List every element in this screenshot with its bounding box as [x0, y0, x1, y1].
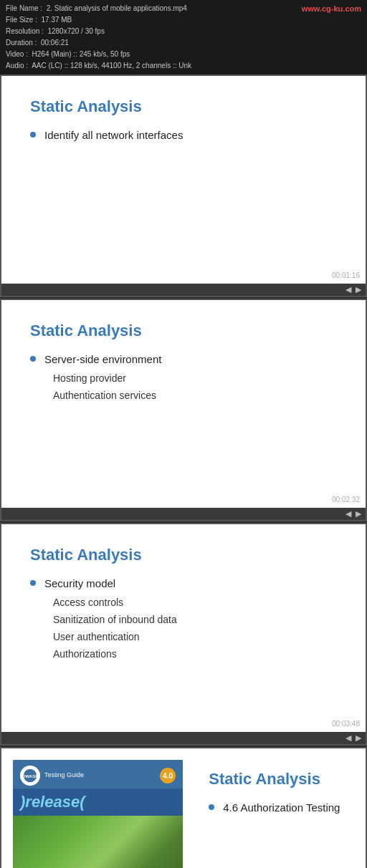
slide-3-sub-2: Sanitization of inbound data	[53, 614, 337, 625]
slide-1-bullet-1: Identify all network interfaces	[30, 129, 337, 141]
book-title-block: Testing Guide	[44, 771, 84, 780]
slide-1-timestamp: 00:01:16	[332, 271, 360, 279]
filename-label: File Name	[6, 4, 39, 12]
version-badge: 4.0	[160, 768, 176, 783]
slide-1-bullet-1-text: Identify all network interfaces	[44, 129, 183, 141]
slide-4: OWASP Testing Guide 4.0 )release(	[1, 748, 366, 868]
slide-3-sub-items: Access controls Sanitization of inbound …	[53, 597, 337, 660]
filesize-label: File Size	[6, 16, 33, 24]
slide-1-title: Static Analysis	[30, 97, 337, 116]
slide-4-wrapper: OWASP Testing Guide 4.0 )release(	[0, 747, 367, 868]
bullet-dot-icon	[30, 132, 36, 138]
bullet-dot-icon	[209, 804, 214, 810]
filename-value: 2. Static analysis of mobile application…	[47, 4, 187, 12]
slide-3-sub-1: Access controls	[53, 597, 337, 608]
slide-2-controls: ◀ ▶	[1, 508, 366, 520]
book-release-section: )release(	[13, 789, 183, 816]
slide-1-controls: ◀ ▶	[1, 284, 366, 296]
info-bar: File Name : 2. Static analysis of mobile…	[0, 0, 367, 74]
slide-2-wrapper: Static Analysis Server-side environment …	[0, 299, 367, 521]
book-guide-label: Testing Guide	[44, 771, 84, 780]
duration-info: Duration : 00:06:21	[6, 37, 361, 49]
slide-4-bullet-1-text: 4.6 Authorization Testing	[223, 801, 340, 814]
video-label: Video	[6, 50, 24, 58]
audio-info: Audio : AAC (LC) :: 128 kb/s, 44100 Hz, …	[6, 60, 361, 72]
audio-label: Audio	[6, 62, 24, 69]
slide-2-sub-1: Hosting provider	[53, 372, 337, 384]
bullet-dot-icon	[30, 580, 36, 586]
slide-3-controls: ◀ ▶	[1, 732, 366, 744]
slide-2: Static Analysis Server-side environment …	[1, 300, 366, 508]
slide-3-bullet-1-text: Security model	[44, 577, 115, 589]
slide-4-title: Static Analysis	[209, 770, 351, 789]
slide-3: Static Analysis Security model Access co…	[1, 524, 366, 732]
video-info: Video : H264 (Main) :: 245 kb/s, 50 fps	[6, 49, 361, 60]
book-cover: OWASP Testing Guide 4.0 )release(	[13, 760, 183, 868]
duration-value: 00:06:21	[41, 39, 69, 47]
resolution-value: 1280x720 / 30 fps	[47, 27, 105, 35]
slide-4-right: Static Analysis 4.6 Authorization Testin…	[194, 748, 366, 868]
video-value: H264 (Main) :: 245 kb/s, 50 fps	[32, 50, 130, 58]
slide-2-sub-2: Authentication services	[53, 390, 337, 401]
slide-3-sub-4: Authorizations	[53, 648, 337, 660]
slide-2-bullet-1-text: Server-side environment	[44, 353, 161, 365]
prev-button[interactable]: ◀	[345, 285, 351, 294]
audio-value: AAC (LC) :: 128 kb/s, 44100 Hz, 2 channe…	[32, 62, 191, 69]
slide-3-sub-3: User authentication	[53, 631, 337, 642]
next-button[interactable]: ▶	[356, 285, 361, 294]
resolution-info: Resolution : 1280x720 / 30 fps	[6, 26, 361, 37]
slide-1-wrapper: Static Analysis Identify all network int…	[0, 74, 367, 297]
filesize-value: 17.37 MB	[41, 16, 72, 24]
slide-2-bullet-1: Server-side environment	[30, 353, 337, 365]
owasp-logo: OWASP	[20, 766, 40, 786]
bullet-dot-icon	[30, 356, 36, 362]
release-text: )release(	[20, 793, 176, 811]
prev-button[interactable]: ◀	[345, 509, 351, 519]
svg-text:OWASP: OWASP	[22, 774, 38, 778]
owasp-logo-svg: OWASP	[22, 768, 38, 783]
filesize-info: File Size : 17.37 MB	[6, 14, 361, 26]
top-watermark: www.cg-ku.com	[302, 3, 361, 16]
slide-2-timestamp: 00:02:32	[332, 496, 360, 503]
duration-label: Duration	[6, 39, 33, 47]
book-top: OWASP Testing Guide 4.0	[13, 760, 183, 789]
slide-2-sub-items: Hosting provider Authentication services	[53, 372, 337, 401]
prev-button[interactable]: ◀	[345, 733, 351, 743]
slide-3-timestamp: 00:03:48	[332, 720, 360, 728]
slide-1: Static Analysis Identify all network int…	[1, 76, 366, 284]
slide-3-bullet-1: Security model	[30, 577, 337, 589]
slide-4-bullet-1: 4.6 Authorization Testing	[209, 801, 351, 814]
resolution-label: Resolution	[6, 27, 39, 35]
slide-3-title: Static Analysis	[30, 546, 337, 564]
next-button[interactable]: ▶	[356, 733, 361, 743]
book-photo	[13, 816, 183, 868]
slide-2-title: Static Analysis	[30, 322, 337, 340]
slide-3-wrapper: Static Analysis Security model Access co…	[0, 523, 367, 746]
slide-4-left: OWASP Testing Guide 4.0 )release(	[1, 748, 194, 868]
next-button[interactable]: ▶	[356, 509, 361, 519]
